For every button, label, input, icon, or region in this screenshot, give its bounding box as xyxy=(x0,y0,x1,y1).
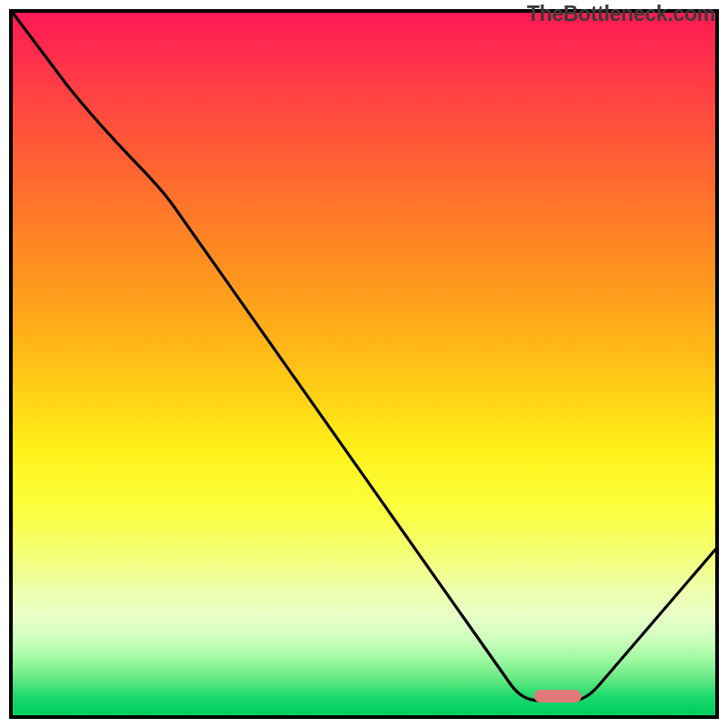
bottleneck-curve xyxy=(13,13,715,715)
watermark-text: TheBottleneck.com xyxy=(527,2,715,26)
chart-frame xyxy=(9,9,719,719)
optimal-marker xyxy=(534,690,581,703)
